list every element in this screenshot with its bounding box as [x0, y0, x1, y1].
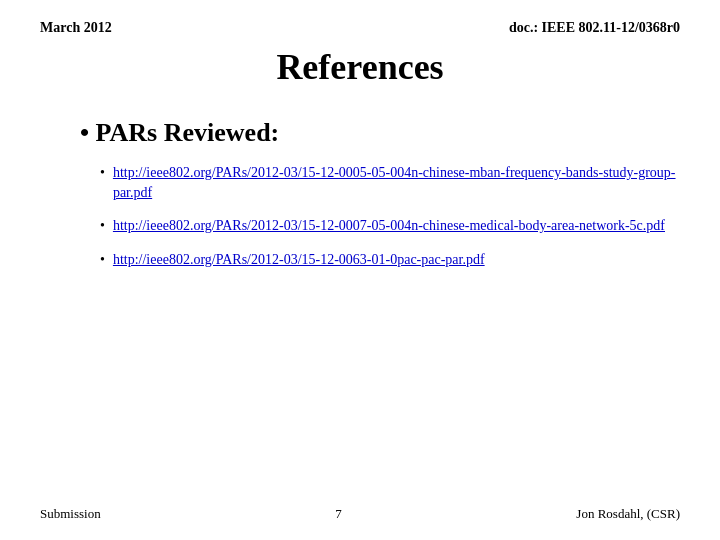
footer-author: Jon Rosdahl, (CSR) — [576, 506, 680, 522]
slide-header: March 2012 doc.: IEEE 802.11-12/0368r0 — [40, 20, 680, 36]
link-2[interactable]: http://ieee802.org/PARs/2012-03/15-12-00… — [113, 216, 665, 236]
header-date: March 2012 — [40, 20, 112, 36]
slide-footer: Submission 7 Jon Rosdahl, (CSR) — [40, 506, 680, 522]
bullet-dot-2: • — [100, 216, 105, 236]
list-item: • http://ieee802.org/PARs/2012-03/15-12-… — [100, 250, 680, 270]
list-item: • http://ieee802.org/PARs/2012-03/15-12-… — [100, 163, 680, 202]
footer-page-number: 7 — [335, 506, 342, 522]
links-list: • http://ieee802.org/PARs/2012-03/15-12-… — [100, 163, 680, 269]
slide: March 2012 doc.: IEEE 802.11-12/0368r0 R… — [0, 0, 720, 540]
link-3[interactable]: http://ieee802.org/PARs/2012-03/15-12-00… — [113, 250, 485, 270]
page-title: References — [276, 47, 443, 87]
footer-submission: Submission — [40, 506, 101, 522]
header-doc: doc.: IEEE 802.11-12/0368r0 — [509, 20, 680, 36]
bullet-dot-1: • — [100, 163, 105, 183]
section-heading: • PARs Reviewed: — [80, 118, 680, 148]
title-section: References — [40, 46, 680, 88]
link-1[interactable]: http://ieee802.org/PARs/2012-03/15-12-00… — [113, 163, 680, 202]
bullet-dot-3: • — [100, 250, 105, 270]
list-item: • http://ieee802.org/PARs/2012-03/15-12-… — [100, 216, 680, 236]
